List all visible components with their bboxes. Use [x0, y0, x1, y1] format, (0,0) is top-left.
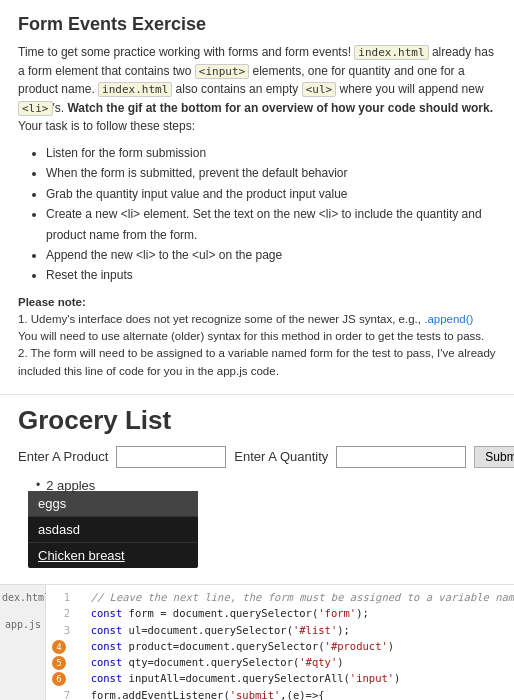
dropdown-item-chicken[interactable]: Chicken breast: [28, 543, 198, 568]
list-item-text: 2 apples: [46, 478, 95, 493]
grocery-title: Grocery List: [18, 405, 496, 436]
intro-part1: Time to get some practice working with f…: [18, 45, 354, 59]
code-line-5: 5 const qty=document.querySelector('#qty…: [52, 654, 514, 670]
note-title: Please note:: [18, 296, 86, 308]
note-line3: 2. The form will need to be assigned to …: [18, 347, 496, 376]
dropdown-item-asdasd[interactable]: asdasd: [28, 517, 198, 543]
intro-paragraph: Time to get some practice working with f…: [18, 43, 496, 135]
top-section: Form Events Exercise Time to get some pr…: [0, 0, 514, 395]
filename-app: app.js: [0, 618, 45, 631]
step-5: Append the new <li> to the <ul> on the p…: [46, 245, 496, 265]
step-2: When the form is submitted, prevent the …: [46, 163, 496, 183]
step-6: Reset the inputs: [46, 265, 496, 285]
intro-part6: 's.: [53, 101, 68, 115]
submit-button[interactable]: Submit: [474, 446, 514, 468]
code-line-4: 4 const product=document.querySelector('…: [52, 638, 514, 654]
append-highlight: .append(): [424, 313, 473, 325]
code-filenames: dex.html app.js: [0, 585, 46, 700]
dropdown-item-eggs[interactable]: eggs: [28, 491, 198, 517]
intro-part4: also contains an empty: [172, 82, 301, 96]
code-body: 1 // Leave the next line, the form must …: [46, 585, 514, 700]
page-title: Form Events Exercise: [18, 14, 496, 35]
autocomplete-dropdown[interactable]: eggs asdasd Chicken breast: [28, 491, 198, 568]
step-3: Grab the quantity input value and the pr…: [46, 184, 496, 204]
intro-bold: Watch the gif at the bottom for an overv…: [67, 101, 493, 115]
step-4: Create a new <li> element. Set the text …: [46, 204, 496, 245]
code-editor: dex.html app.js 1 // Leave the next line…: [0, 584, 514, 700]
quantity-input[interactable]: [336, 446, 466, 468]
intro-part5: where you will append new: [336, 82, 483, 96]
code-line-3: 3 const ul=document.querySelector('#list…: [52, 622, 514, 638]
form-row: Enter A Product Enter A Quantity Submit: [18, 446, 496, 468]
badge-input: <input>: [195, 64, 249, 79]
please-note: Please note: 1. Udemy's interface does n…: [18, 294, 496, 380]
note-line1: 1. Udemy's interface does not yet recogn…: [18, 313, 473, 325]
filename-dex: dex.html: [0, 591, 45, 604]
product-input[interactable]: [116, 446, 226, 468]
code-line-6: 6 const inputAll=document.querySelectorA…: [52, 670, 514, 686]
product-label: Enter A Product: [18, 449, 108, 464]
badge-index2: index.html: [98, 82, 172, 97]
code-line-1: 1 // Leave the next line, the form must …: [52, 589, 514, 605]
badge-li: <li>: [18, 101, 53, 116]
step-1: Listen for the form submission: [46, 143, 496, 163]
badge-index1: index.html: [354, 45, 428, 60]
note-line2: You will need to use alternate (older) s…: [18, 330, 484, 342]
badge-ul: <ul>: [302, 82, 337, 97]
code-line-7: 7 form.addEventListener('submit',(e)=>{: [52, 687, 514, 700]
quantity-label: Enter A Quantity: [234, 449, 328, 464]
grocery-section: Grocery List Enter A Product Enter A Qua…: [0, 395, 514, 580]
steps-list: Listen for the form submission When the …: [46, 143, 496, 286]
code-line-2: 2 const form = document.querySelector('f…: [52, 605, 514, 621]
bullet-dot: •: [36, 478, 40, 492]
intro-part7: Your task is to follow these steps:: [18, 119, 195, 133]
